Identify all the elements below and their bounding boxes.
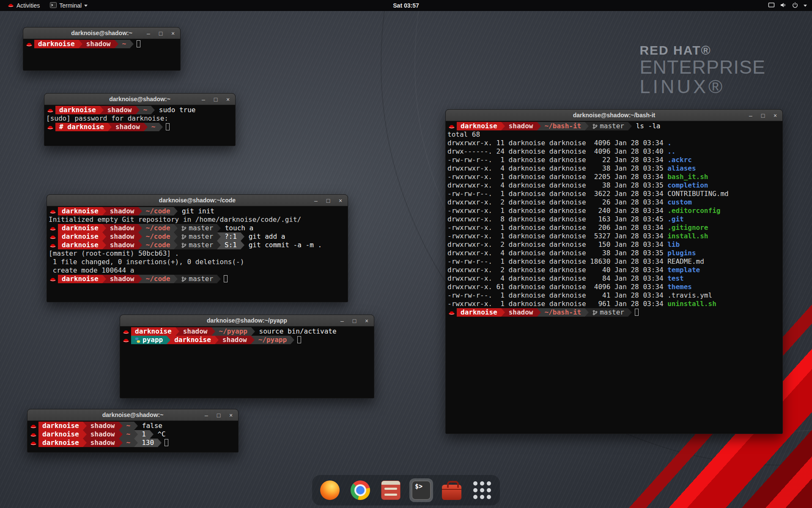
close-button[interactable]: ×: [225, 97, 231, 102]
minimize-button[interactable]: –: [145, 30, 151, 36]
prompt-segment-user: darknoise: [38, 422, 83, 430]
prompt-segment-path: ~/pyapp: [255, 336, 291, 344]
window-titlebar[interactable]: darknoise@shadow:~/code–□×: [47, 195, 348, 206]
clock[interactable]: Sat 03:57: [393, 2, 419, 9]
close-button[interactable]: ×: [772, 113, 778, 119]
prompt-segment-user: darknoise: [58, 207, 102, 215]
terminal-1-window[interactable]: darknoise@shadow:~–□×darknoiseshadow~: [23, 27, 181, 71]
activities-button[interactable]: Activities: [3, 0, 45, 11]
file-name: plugins: [667, 249, 696, 257]
powerline-separator-icon: [138, 207, 142, 215]
maximize-button[interactable]: □: [351, 318, 357, 324]
output-line: drwxrwxr-x. 61 darknoise darknoise 4096 …: [447, 283, 781, 291]
prompt-line: darknoiseshadow~/codemaster touch a: [49, 224, 346, 232]
terminal-content[interactable]: darknoiseshadow~/code git initInitialize…: [47, 206, 348, 302]
powerline-separator-icon: [151, 106, 155, 114]
powerline-separator-icon: [79, 40, 82, 48]
dock-item-software[interactable]: [440, 478, 464, 502]
dock-item-chrome[interactable]: [348, 478, 372, 502]
powerline-separator-icon: [217, 232, 221, 241]
terminal-content[interactable]: darknoiseshadow~/pyapp source bin/activa…: [120, 326, 374, 398]
terminal-content[interactable]: darknoiseshadow~: [23, 39, 180, 70]
prompt-segment-venv: pyapp: [131, 336, 167, 344]
dock-item-files[interactable]: [379, 478, 403, 502]
command-text: ls -la: [632, 122, 660, 130]
redhat-prompt-icon: [448, 122, 455, 130]
window-titlebar[interactable]: darknoise@shadow:~/pyapp–□×: [120, 315, 374, 326]
window-titlebar[interactable]: darknoise@shadow:~/bash-it–□×: [446, 110, 782, 121]
dock-item-appgrid[interactable]: [470, 478, 494, 502]
dock-item-terminal[interactable]: $>: [409, 478, 433, 502]
powerline-separator-icon: [215, 336, 219, 344]
chrome-icon: [351, 480, 370, 500]
terminal-2-window[interactable]: darknoise@shadow:~–□×darknoiseshadow~ su…: [44, 93, 236, 146]
files-icon: [381, 480, 401, 500]
window-titlebar[interactable]: darknoise@shadow:~–□×: [27, 409, 238, 421]
minimize-button[interactable]: –: [200, 97, 206, 102]
output-line: drwxrwxr-x. 4 darknoise darknoise 38 Jan…: [447, 249, 781, 257]
window-title: darknoise@shadow:~/code: [47, 195, 348, 206]
window-titlebar[interactable]: darknoise@shadow:~–□×: [44, 94, 235, 105]
branch-icon: [593, 122, 598, 130]
powerline-separator-icon: [138, 224, 142, 232]
prompt-segment-user: darknoise: [170, 336, 215, 344]
terminal-3-window[interactable]: darknoise@shadow:~/code–□×darknoiseshado…: [47, 194, 348, 302]
focused-app-menu[interactable]: Terminal: [45, 0, 93, 11]
powerline-separator-icon: [83, 422, 87, 430]
terminal-5-window[interactable]: darknoise@shadow:~–□×darknoiseshadow~ fa…: [27, 409, 239, 453]
power-icon: [792, 2, 798, 10]
file-name: template: [667, 266, 700, 274]
window-titlebar[interactable]: darknoise@shadow:~–□×: [23, 28, 180, 39]
output-line: drwxrwxr-x. 2 darknoise darknoise 150 Ja…: [447, 240, 781, 249]
terminal-content[interactable]: darknoiseshadow~ falsedarknoiseshadow~1 …: [27, 421, 238, 452]
python-icon: [135, 336, 140, 344]
minimize-button[interactable]: –: [339, 318, 345, 324]
terminal-6-window[interactable]: darknoise@shadow:~/bash-it–□×darknoisesh…: [445, 109, 783, 434]
minimize-button[interactable]: –: [313, 198, 319, 204]
branch-icon: [593, 308, 598, 316]
output-line: -rw-rw-r--. 1 darknoise darknoise 22 Jan…: [447, 156, 781, 164]
terminal-content[interactable]: darknoiseshadow~/bash-itmaster ls -latot…: [446, 121, 782, 433]
redhat-prompt-icon: [47, 106, 54, 114]
prompt-segment-path: ~/bash-it: [541, 122, 585, 130]
redhat-logo-icon: [8, 2, 14, 9]
file-name: ..: [667, 147, 675, 155]
terminal-cursor: [166, 123, 170, 130]
close-button[interactable]: ×: [170, 30, 176, 36]
maximize-button[interactable]: □: [158, 30, 164, 36]
minimize-button[interactable]: –: [748, 113, 754, 119]
prompt-segment-path: ~/code: [142, 207, 174, 215]
close-button[interactable]: ×: [228, 412, 234, 418]
prompt-segment-path: ~: [123, 422, 134, 430]
close-button[interactable]: ×: [337, 198, 343, 204]
maximize-button[interactable]: □: [760, 113, 766, 119]
dock-item-firefox[interactable]: [318, 478, 342, 502]
redhat-prompt-icon: [123, 336, 129, 344]
maximize-button[interactable]: □: [216, 412, 222, 418]
powerline-separator-icon: [134, 422, 138, 430]
prompt-segment-exit: 130: [138, 439, 158, 447]
redhat-prompt-icon: [49, 241, 56, 249]
powerline-separator-icon: [628, 308, 632, 317]
close-button[interactable]: ×: [364, 318, 370, 324]
powerline-separator-icon: [115, 40, 118, 48]
file-name: .ackrc: [667, 156, 692, 164]
windows-layer: darknoise@shadow:~–□×darknoiseshadow~dar…: [0, 0, 812, 508]
terminal-4-window[interactable]: darknoise@shadow:~/pyapp–□×darknoiseshad…: [120, 315, 374, 398]
file-name: README.md: [667, 257, 704, 265]
software-icon: [442, 485, 461, 500]
terminal-content[interactable]: darknoiseshadow~ sudo true[sudo] passwor…: [44, 105, 235, 146]
minimize-button[interactable]: –: [203, 412, 209, 418]
redhat-prompt-icon: [49, 232, 56, 240]
system-status-area[interactable]: [768, 2, 812, 10]
output-line: -rw-rw-r--. 1 darknoise darknoise 41 Jan…: [447, 291, 781, 300]
file-name: .editorconfig: [667, 207, 720, 215]
output-line: -rw-rw-r--. 1 darknoise darknoise 18630 …: [447, 257, 781, 266]
redhat-prompt-icon: [30, 422, 37, 430]
output-line: -rwxrwxr-x. 1 darknoise darknoise 206 Ja…: [447, 224, 781, 232]
prompt-line: darknoiseshadow~/pyapp source bin/activa…: [122, 327, 372, 336]
maximize-button[interactable]: □: [213, 97, 219, 102]
maximize-button[interactable]: □: [325, 198, 331, 204]
file-name: aliases: [667, 164, 696, 172]
powerline-separator-icon: [537, 308, 541, 317]
